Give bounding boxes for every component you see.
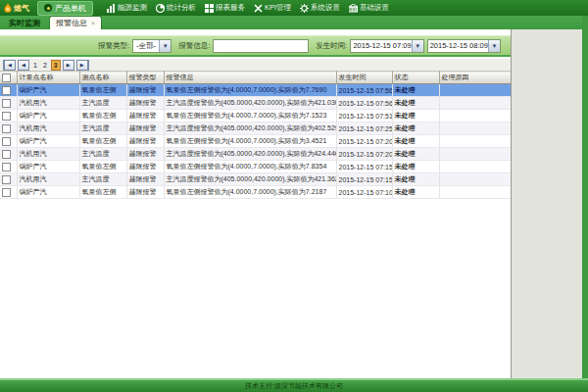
menu-label: KPI管理 xyxy=(265,3,291,13)
row-checkbox[interactable] xyxy=(2,112,11,121)
prev-page-icon: ◀ xyxy=(22,62,25,68)
time-from-value: 2015-12-15 07:09 xyxy=(353,41,411,50)
chevron-down-icon[interactable]: ▼ xyxy=(159,40,171,52)
grid-icon xyxy=(205,4,214,13)
col-point[interactable]: 计量点名称 xyxy=(17,72,79,84)
tab-strip: 实时监测 报警信息 × xyxy=(0,16,588,29)
select-all-header[interactable] xyxy=(0,72,17,84)
menu-label: 报表服务 xyxy=(216,3,245,13)
table-row[interactable]: 锅炉产汽氧量值左侧越限报警氧量值左侧报警值为(4.0000,7.0000),实际… xyxy=(0,186,511,199)
alarm-type-select[interactable]: -全部- ▼ xyxy=(132,39,172,53)
cell-time: 2015-12-15 07:15:09 xyxy=(336,173,392,186)
row-checkbox[interactable] xyxy=(2,99,11,108)
row-checkbox[interactable] xyxy=(2,188,11,197)
cell-reason xyxy=(439,110,511,122)
row-checkbox[interactable] xyxy=(2,163,11,172)
col-message[interactable]: 报警信息 xyxy=(164,72,336,84)
cell-status: 未处理 xyxy=(392,84,439,97)
close-icon[interactable]: × xyxy=(91,20,95,26)
product-mode-button[interactable]: 产品单机 xyxy=(37,1,93,16)
tab-alarm-info[interactable]: 报警信息 × xyxy=(49,16,102,29)
right-side-panel xyxy=(511,29,583,378)
cell-message: 主汽温度报警值为(405.0000,420.0000),实际值为402.5296 xyxy=(164,122,336,135)
table-row[interactable]: 锅炉产汽氧量值左侧越限报警氧量值左侧报警值为(4.0000,7.0000),实际… xyxy=(0,84,511,97)
cell-sensor: 氧量值左侧 xyxy=(79,161,126,173)
footer-text: 技术支持:源深节能技术有限公司 xyxy=(245,381,343,391)
cell-message: 主汽温度报警值为(405.0000,420.0000),实际值为424.4460 xyxy=(164,148,336,161)
table-row[interactable]: 汽机用汽主汽温度越限报警主汽温度报警值为(405.0000,420.0000),… xyxy=(0,97,511,110)
table-row[interactable]: 锅炉产汽氧量值左侧越限报警氧量值左侧报警值为(4.0000,7.0000),实际… xyxy=(0,110,511,122)
col-type[interactable]: 报警类型 xyxy=(126,72,164,84)
cell-sensor: 主汽温度 xyxy=(79,173,126,186)
menu-basic-settings[interactable]: 基础设置 xyxy=(349,3,389,13)
col-time[interactable]: 发生时间 xyxy=(336,72,392,84)
cell-type: 越限报警 xyxy=(126,161,164,173)
cell-time: 2015-12-15 07:56:51 xyxy=(336,97,392,110)
cell-time: 2015-12-15 07:56:58 xyxy=(336,84,392,97)
alarm-table-body: 锅炉产汽氧量值左侧越限报警氧量值左侧报警值为(4.0000,7.0000),实际… xyxy=(0,84,511,199)
col-sensor[interactable]: 测点名称 xyxy=(79,72,126,84)
cell-time: 2015-12-15 07:10:01 xyxy=(336,186,392,199)
app-footer: 技术支持:源深节能技术有限公司 xyxy=(0,378,588,392)
row-checkbox[interactable] xyxy=(2,137,11,146)
last-page-icon: ▶ xyxy=(80,62,84,68)
gear-icon xyxy=(300,4,309,13)
cell-type: 越限报警 xyxy=(126,110,164,122)
cell-status: 未处理 xyxy=(392,173,439,186)
cell-type: 越限报警 xyxy=(126,84,164,97)
page-number-2[interactable]: 2 xyxy=(41,62,49,69)
cell-time: 2015-12-15 07:15:14 xyxy=(336,161,392,173)
time-to-picker[interactable]: 2015-12-15 08:09 ▼ xyxy=(427,39,501,53)
table-row[interactable]: 汽机用汽主汽温度越限报警主汽温度报警值为(405.0000,420.0000),… xyxy=(0,148,511,161)
table-row[interactable]: 锅炉产汽氧量值左侧越限报警氧量值左侧报警值为(4.0000,7.0000),实际… xyxy=(0,135,511,148)
next-page-icon: ▶ xyxy=(67,62,71,68)
cell-point: 汽机用汽 xyxy=(17,97,79,110)
cell-sensor: 主汽温度 xyxy=(79,122,126,135)
menu-kpi-manage[interactable]: KPI管理 xyxy=(254,3,291,13)
first-page-button[interactable]: ◀ xyxy=(3,60,16,71)
time-from-picker[interactable]: 2015-12-15 07:09 ▼ xyxy=(350,39,423,53)
cell-status: 未处理 xyxy=(392,135,439,148)
chevron-down-icon[interactable]: ▼ xyxy=(488,40,500,52)
chevron-down-icon[interactable]: ▼ xyxy=(412,40,423,52)
cell-sensor: 氧量值左侧 xyxy=(79,110,126,122)
menu-label: 基础设置 xyxy=(360,3,389,13)
cell-reason xyxy=(439,97,511,110)
col-status[interactable]: 状态 xyxy=(392,72,439,84)
select-all-checkbox[interactable] xyxy=(2,74,11,82)
menu-system-settings[interactable]: 系统设置 xyxy=(300,3,340,13)
prev-page-button[interactable]: ◀ xyxy=(18,60,29,71)
col-reason[interactable]: 处理原因 xyxy=(439,72,511,84)
menu-label: 能源监测 xyxy=(118,3,147,13)
tab-label: 报警信息 xyxy=(56,18,87,28)
tab-realtime-monitor[interactable]: 实时监测 xyxy=(3,17,46,29)
table-row[interactable]: 汽机用汽主汽温度越限报警主汽温度报警值为(405.0000,420.0000),… xyxy=(0,122,511,135)
cell-message: 主汽温度报警值为(405.0000,420.0000),实际值为421.0308 xyxy=(164,97,336,110)
row-checkbox[interactable] xyxy=(2,124,11,133)
cell-sensor: 氧量值左侧 xyxy=(79,186,126,199)
cell-status: 未处理 xyxy=(392,148,439,161)
page-number-3[interactable]: 3 xyxy=(51,60,61,71)
cell-type: 越限报警 xyxy=(126,122,164,135)
table-row[interactable]: 汽机用汽主汽温度越限报警主汽温度报警值为(405.0000,420.0000),… xyxy=(0,173,511,186)
first-page-icon: ◀ xyxy=(8,62,12,68)
row-checkbox[interactable] xyxy=(2,175,11,184)
app-logo: 燃气 xyxy=(0,3,33,14)
page-number-1[interactable]: 1 xyxy=(31,62,39,69)
cell-status: 未处理 xyxy=(392,110,439,122)
tab-label: 实时监测 xyxy=(9,19,40,27)
alarm-info-input[interactable] xyxy=(213,39,309,53)
cell-point: 汽机用汽 xyxy=(17,173,79,186)
menu-label: 统计分析 xyxy=(167,3,196,13)
row-checkbox[interactable] xyxy=(2,150,11,159)
cell-point: 锅炉产汽 xyxy=(17,186,79,199)
menu-report-service[interactable]: 报表服务 xyxy=(205,3,245,13)
table-row[interactable]: 锅炉产汽氧量值左侧越限报警氧量值左侧报警值为(4.0000,7.0000),实际… xyxy=(0,161,511,173)
row-checkbox[interactable] xyxy=(2,86,11,95)
last-page-button[interactable]: ▶ xyxy=(76,60,89,71)
next-page-button[interactable]: ▶ xyxy=(63,60,74,71)
menu-statistics[interactable]: 统计分析 xyxy=(156,3,196,13)
cell-message: 氧量值左侧报警值为(4.0000,7.0000),实际值为7.1523 xyxy=(164,110,336,122)
menu-energy-monitor[interactable]: 能源监测 xyxy=(107,3,147,13)
cell-type: 越限报警 xyxy=(126,186,164,199)
